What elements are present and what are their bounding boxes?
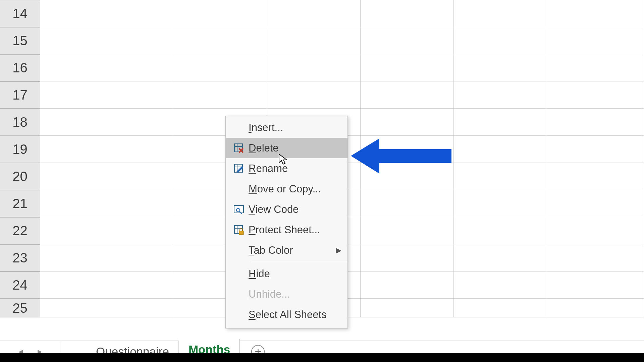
protect-sheet-icon <box>229 224 249 236</box>
row-header-column: 141516171819202122232425 <box>0 0 40 317</box>
row-header[interactable]: 21 <box>0 190 40 217</box>
cell[interactable] <box>454 109 547 136</box>
cell[interactable] <box>547 299 644 317</box>
cell[interactable] <box>172 0 266 27</box>
cell[interactable] <box>454 272 547 299</box>
menu-separator <box>250 262 347 262</box>
cell[interactable] <box>266 81 361 109</box>
cell[interactable] <box>547 81 644 109</box>
menu-item-unhide: Unhide... <box>226 284 347 304</box>
cell[interactable] <box>454 217 547 244</box>
cell[interactable] <box>361 217 454 244</box>
cell[interactable] <box>361 272 454 299</box>
cell[interactable] <box>40 299 172 317</box>
menu-item-label: Protect Sheet... <box>249 224 341 236</box>
row-header[interactable]: 20 <box>0 163 40 190</box>
cell[interactable] <box>40 217 172 244</box>
row-header[interactable]: 24 <box>0 272 40 299</box>
cell[interactable] <box>266 0 361 27</box>
menu-item-label: Delete <box>249 142 341 154</box>
menu-item-selectall[interactable]: Select All Sheets <box>226 304 347 325</box>
svg-rect-14 <box>239 231 244 235</box>
menu-item-label: Tab Color <box>249 244 336 256</box>
menu-item-label: Move or Copy... <box>249 183 341 195</box>
cell[interactable] <box>547 163 644 190</box>
cell[interactable] <box>547 217 644 244</box>
cell[interactable] <box>40 244 172 272</box>
cell[interactable] <box>361 109 454 136</box>
menu-item-moveorcopy[interactable]: Move or Copy... <box>226 179 347 199</box>
sheet-tab-context-menu: Insert...DeleteRenameMove or Copy...View… <box>225 116 348 328</box>
cell[interactable] <box>361 54 454 81</box>
row-header[interactable]: 16 <box>0 54 40 81</box>
menu-item-label: Select All Sheets <box>249 309 341 321</box>
row-header[interactable]: 19 <box>0 136 40 163</box>
cell[interactable] <box>547 54 644 81</box>
menu-item-insert[interactable]: Insert... <box>226 117 347 138</box>
svg-marker-15 <box>351 138 451 174</box>
cell[interactable] <box>454 0 547 27</box>
menu-item-hide[interactable]: Hide <box>226 263 347 284</box>
cell[interactable] <box>547 136 644 163</box>
row-header[interactable]: 18 <box>0 109 40 136</box>
menu-item-label: Insert... <box>249 122 341 134</box>
cell[interactable] <box>40 272 172 299</box>
cell[interactable] <box>172 81 266 109</box>
menu-item-tabcolor[interactable]: Tab Color▶ <box>226 240 347 260</box>
row-header[interactable]: 14 <box>0 0 40 27</box>
cell[interactable] <box>454 190 547 217</box>
rename-sheet-icon <box>229 163 249 174</box>
bottom-black-bar <box>0 353 644 362</box>
cell[interactable] <box>40 136 172 163</box>
cell[interactable] <box>40 27 172 54</box>
menu-item-viewcode[interactable]: View Code <box>226 199 347 220</box>
cell[interactable] <box>454 136 547 163</box>
cell[interactable] <box>547 109 644 136</box>
submenu-caret-icon: ▶ <box>336 246 341 255</box>
menu-item-label: Rename <box>249 163 341 175</box>
cell[interactable] <box>547 27 644 54</box>
cell[interactable] <box>361 27 454 54</box>
row-header[interactable]: 22 <box>0 217 40 244</box>
cell[interactable] <box>40 54 172 81</box>
cell[interactable] <box>361 299 454 317</box>
annotation-arrow <box>351 138 451 174</box>
cell[interactable] <box>40 81 172 109</box>
cell[interactable] <box>454 299 547 317</box>
menu-item-protectsheet[interactable]: Protect Sheet... <box>226 220 347 240</box>
cell[interactable] <box>454 54 547 81</box>
delete-sheet-icon <box>229 142 249 154</box>
cell[interactable] <box>454 81 547 109</box>
mouse-cursor-icon <box>278 154 288 165</box>
cell[interactable] <box>266 54 361 81</box>
cell[interactable] <box>266 27 361 54</box>
cell[interactable] <box>454 244 547 272</box>
cell[interactable] <box>40 0 172 27</box>
cell[interactable] <box>454 27 547 54</box>
cell[interactable] <box>454 163 547 190</box>
row-header[interactable]: 25 <box>0 299 40 317</box>
cell[interactable] <box>361 81 454 109</box>
cell[interactable] <box>172 54 266 81</box>
cell[interactable] <box>40 109 172 136</box>
menu-item-label: Hide <box>249 268 341 280</box>
cell[interactable] <box>547 272 644 299</box>
cell[interactable] <box>547 244 644 272</box>
row-header[interactable]: 23 <box>0 244 40 272</box>
row-header[interactable]: 15 <box>0 27 40 54</box>
cell[interactable] <box>361 244 454 272</box>
row-header[interactable]: 17 <box>0 81 40 109</box>
cell[interactable] <box>547 0 644 27</box>
menu-item-label: View Code <box>249 203 341 216</box>
cell[interactable] <box>547 190 644 217</box>
cell[interactable] <box>361 190 454 217</box>
cell[interactable] <box>361 0 454 27</box>
cell[interactable] <box>40 163 172 190</box>
view-code-icon <box>229 204 249 215</box>
menu-item-label: Unhide... <box>249 288 341 300</box>
cell[interactable] <box>40 190 172 217</box>
cell[interactable] <box>172 27 266 54</box>
svg-marker-16 <box>279 154 287 164</box>
